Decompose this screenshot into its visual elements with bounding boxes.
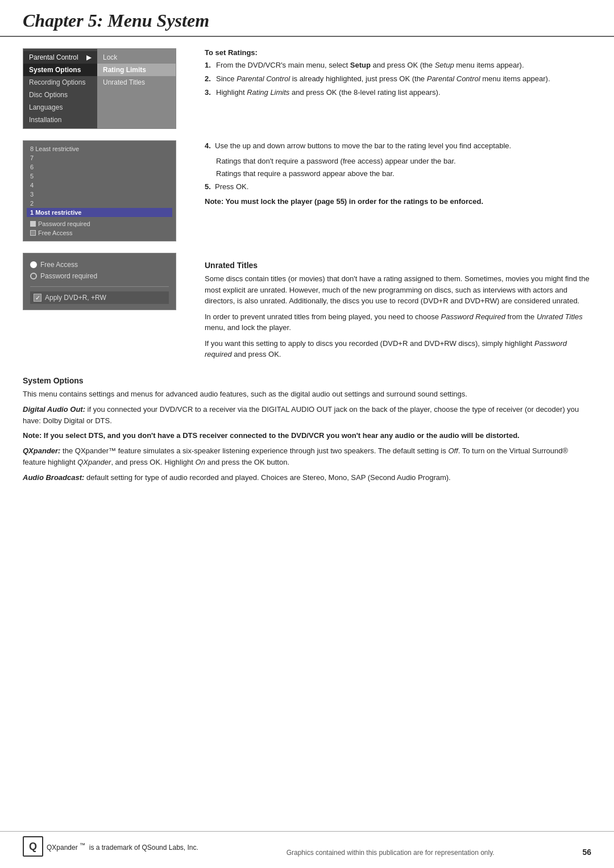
recording-options-item: Recording Options — [23, 76, 97, 89]
installation-item: Installation — [23, 114, 97, 126]
section-3: Free Access Password required ✓ Apply DV… — [23, 253, 591, 365]
free-access-color-box — [30, 230, 36, 236]
apply-dvd-checkbox: ✓ Apply DVD+R, +RW — [30, 291, 169, 304]
level-7: 7 — [27, 153, 172, 162]
menu-left-panel: Parental Control ▶ System Options Record… — [23, 49, 97, 128]
disc-options-item: Disc Options — [23, 89, 97, 101]
steps-4-5: 4. Use the up and down arrow buttons to … — [205, 140, 591, 241]
ratings-instructions: To set Ratings: From the DVD/VCR's main … — [205, 48, 591, 129]
unrated-titles-text: Unrated Titles Some discs contain titles… — [205, 253, 591, 365]
password-color-box — [30, 221, 36, 227]
divider — [30, 286, 169, 287]
menu-table-1: Parental Control ▶ System Options Record… — [23, 49, 176, 128]
password-required-radio-circle — [30, 273, 37, 279]
unrated-titles-item: Unrated Titles — [97, 76, 176, 89]
rating-limits-item: Rating Limits — [97, 64, 176, 76]
level-2: 2 — [27, 199, 172, 208]
main-content: Parental Control ▶ System Options Record… — [0, 48, 614, 483]
page-wrapper: Chapter 5: Menu System Parental Control … — [0, 0, 614, 586]
footer-center-text: Graphics contained within this publicati… — [198, 849, 583, 857]
unrated-para-1: Some discs contain titles (or movies) th… — [205, 273, 591, 307]
qxpander-para: QXpander: the QXpander™ feature simulate… — [23, 445, 591, 468]
page-number: 56 — [582, 848, 591, 857]
menu-screenshot-1: Parental Control ▶ System Options Record… — [23, 48, 188, 129]
footer-spacer — [0, 518, 614, 586]
step-2: Since Parental Control is already highli… — [205, 74, 591, 84]
free-access-radio-circle — [30, 261, 37, 268]
step-4-sub2: Ratings that require a password appear a… — [205, 169, 591, 179]
rating-screenshot: 8 Least restrictive 7 6 5 4 3 2 1 Most r… — [23, 140, 188, 241]
step-5-text: 5. Press OK. — [205, 181, 591, 193]
step-1: From the DVD/VCR's main menu, select Set… — [205, 60, 591, 70]
rating-box: 8 Least restrictive 7 6 5 4 3 2 1 Most r… — [23, 140, 176, 241]
level-1: 1 Most restrictive — [27, 208, 172, 217]
unrated-titles-heading: Unrated Titles — [205, 261, 591, 270]
level-5: 5 — [27, 172, 172, 181]
languages-item: Languages — [23, 101, 97, 114]
section-2: 8 Least restrictive 7 6 5 4 3 2 1 Most r… — [23, 140, 591, 241]
password-required-label: Password required — [27, 219, 172, 228]
audio-broadcast-para: Audio Broadcast: default setting for typ… — [23, 472, 591, 483]
rating-labels: Password required Free Access — [27, 219, 172, 237]
level-3: 3 — [27, 190, 172, 199]
system-options-heading: System Options — [23, 376, 591, 385]
level-4: 4 — [27, 181, 172, 190]
unrated-para-3: If you want this setting to apply to dis… — [205, 338, 591, 360]
page-title: Chapter 5: Menu System — [23, 10, 591, 31]
page-header: Chapter 5: Menu System — [0, 0, 614, 37]
password-required-radio: Password required — [30, 270, 169, 282]
parental-control-item: Parental Control ▶ — [23, 51, 97, 64]
unrated-box: Free Access Password required ✓ Apply DV… — [23, 253, 176, 310]
free-access-label: Free Access — [27, 228, 172, 237]
section-1: Parental Control ▶ System Options Record… — [23, 48, 591, 129]
free-access-radio: Free Access — [30, 259, 169, 270]
step-4-sub1: Ratings that don't require a password (f… — [205, 156, 591, 166]
unrated-para-2: In order to prevent unrated titles from … — [205, 311, 591, 333]
qsound-branding: Q QXpander ™ is a trademark of QSound La… — [23, 836, 198, 857]
qsound-text: QXpander ™ is a trademark of QSound Labs… — [47, 842, 198, 852]
system-options-item: System Options — [23, 64, 97, 76]
lock-item: Lock — [97, 51, 176, 64]
page-footer: Q QXpander ™ is a trademark of QSound La… — [0, 831, 614, 857]
level-8: 8 Least restrictive — [27, 144, 172, 153]
rating-levels-list: 8 Least restrictive 7 6 5 4 3 2 1 Most r… — [27, 144, 172, 217]
step-4-text: 4. Use the up and down arrow buttons to … — [205, 140, 591, 152]
ratings-title: To set Ratings: — [205, 48, 591, 57]
step-3: Highlight Rating Limits and press OK (th… — [205, 87, 591, 98]
menu-right-panel: Lock Rating Limits Unrated Titles — [97, 49, 176, 128]
menu-box-1: Parental Control ▶ System Options Record… — [23, 48, 176, 129]
steps-list: From the DVD/VCR's main menu, select Set… — [205, 60, 591, 98]
system-options-intro: This menu contains settings and menus fo… — [23, 389, 591, 400]
note-text: Note: You must lock the player (page 55)… — [205, 197, 591, 207]
system-options-section: System Options This menu contains settin… — [23, 376, 591, 483]
level-6: 6 — [27, 162, 172, 172]
qsound-logo: Q — [23, 836, 43, 857]
unrated-screenshot: Free Access Password required ✓ Apply DV… — [23, 253, 188, 365]
footer-left: Q QXpander ™ is a trademark of QSound La… — [23, 836, 198, 857]
digital-audio-para: Digital Audio Out: if you connected your… — [23, 404, 591, 426]
dts-note: Note: If you select DTS, and you don't h… — [23, 431, 591, 441]
checkbox-icon: ✓ — [34, 294, 42, 302]
